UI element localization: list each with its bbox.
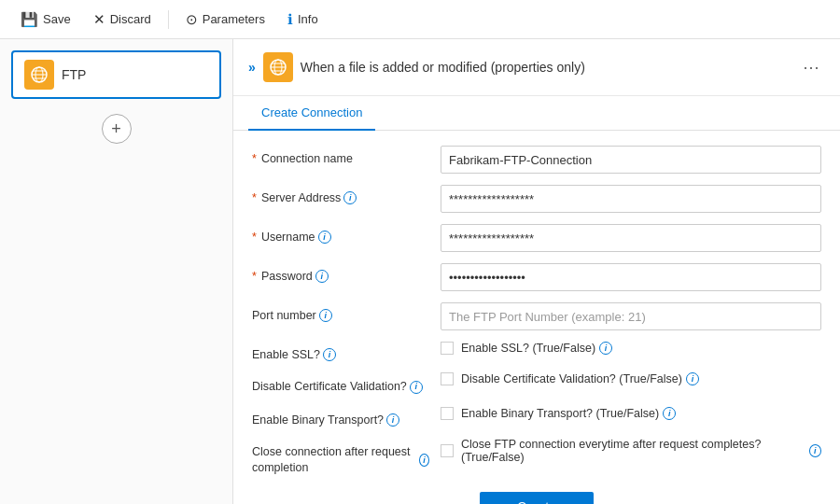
- port-number-label: Port number i: [252, 302, 429, 322]
- create-button[interactable]: Create: [480, 492, 594, 505]
- disable-cert-checkbox-label: Disable Certificate Validation? (True/Fa…: [461, 372, 699, 385]
- username-label: * Username i: [252, 224, 429, 244]
- form-area: * Connection name * Server Address i * U…: [233, 131, 840, 504]
- username-row: * Username i: [252, 224, 821, 252]
- enable-ssl-row: Enable SSL? i Enable SSL? (True/False) i: [252, 342, 821, 361]
- enable-binary-row: Enable Binary Transport? i Enable Binary…: [252, 407, 821, 427]
- trigger-title: When a file is added or modified (proper…: [301, 60, 790, 75]
- enable-binary-cb-info-icon[interactable]: i: [663, 407, 676, 420]
- trigger-header: » When a file is added or modified (prop…: [233, 39, 840, 96]
- enable-binary-checkbox-label: Enable Binary Transport? (True/False) i: [461, 407, 676, 420]
- enable-binary-info-icon[interactable]: i: [386, 413, 399, 427]
- close-conn-checkbox[interactable]: [441, 444, 454, 457]
- port-number-row: Port number i: [252, 302, 821, 330]
- close-conn-label: Close connection after request completio…: [252, 438, 429, 477]
- enable-ssl-cb-info-icon[interactable]: i: [599, 342, 612, 355]
- connection-name-label: * Connection name: [252, 146, 429, 165]
- discard-button[interactable]: ✕ Discard: [84, 7, 161, 32]
- enable-ssl-checkbox-row: Enable SSL? (True/False) i: [441, 342, 821, 355]
- sidebar: FTP +: [0, 39, 233, 504]
- connection-name-row: * Connection name: [252, 146, 821, 174]
- server-address-label: * Server Address i: [252, 185, 429, 204]
- more-options-button[interactable]: ⋯: [797, 55, 825, 79]
- add-icon: +: [111, 119, 121, 139]
- password-input[interactable]: [441, 263, 821, 291]
- port-number-input[interactable]: [441, 302, 821, 330]
- enable-ssl-checkbox[interactable]: [441, 342, 454, 355]
- disable-cert-info-icon[interactable]: i: [410, 381, 423, 394]
- parameters-button[interactable]: ⊙ Parameters: [176, 7, 274, 32]
- enable-ssl-checkbox-label: Enable SSL? (True/False) i: [461, 342, 612, 355]
- disable-cert-checkbox[interactable]: [441, 372, 454, 385]
- parameters-label: Parameters: [203, 12, 265, 26]
- add-step-button[interactable]: +: [102, 114, 132, 144]
- server-address-info-icon[interactable]: i: [343, 191, 357, 204]
- ftp-node[interactable]: FTP: [11, 50, 221, 99]
- server-address-row: * Server Address i: [252, 185, 821, 213]
- tabs-bar: Create Connection: [233, 96, 840, 131]
- connection-name-input[interactable]: [441, 146, 821, 174]
- username-info-icon[interactable]: i: [318, 231, 331, 244]
- trigger-icon: [263, 52, 293, 82]
- parameters-icon: ⊙: [186, 11, 198, 28]
- discard-icon: ✕: [93, 11, 105, 28]
- username-input[interactable]: [441, 224, 821, 252]
- tab-label: Create Connection: [261, 105, 362, 119]
- close-conn-checkbox-row: Close FTP connection everytime after req…: [441, 438, 821, 464]
- disable-cert-checkbox-row: Disable Certificate Validation? (True/Fa…: [441, 372, 821, 385]
- info-label: Info: [298, 12, 318, 26]
- toolbar-divider: [168, 10, 169, 29]
- ftp-icon: [24, 60, 54, 90]
- enable-ssl-info-icon[interactable]: i: [323, 348, 336, 361]
- close-conn-checkbox-label: Close FTP connection everytime after req…: [461, 438, 821, 464]
- info-button[interactable]: ℹ Info: [278, 7, 328, 32]
- save-button[interactable]: 💾 Save: [11, 7, 80, 32]
- password-label: * Password i: [252, 263, 429, 283]
- save-icon: 💾: [21, 11, 38, 28]
- discard-label: Discard: [110, 12, 151, 26]
- password-row: * Password i: [252, 263, 821, 291]
- content-area: » When a file is added or modified (prop…: [233, 39, 840, 504]
- main-layout: FTP + » When a file is added or modified…: [0, 39, 840, 504]
- ftp-label: FTP: [62, 67, 86, 82]
- enable-binary-checkbox-row: Enable Binary Transport? (True/False) i: [441, 407, 821, 420]
- enable-ssl-label: Enable SSL? i: [252, 342, 429, 361]
- close-conn-cb-info-icon[interactable]: i: [809, 444, 821, 457]
- info-icon: ℹ: [287, 11, 293, 28]
- close-conn-row: Close connection after request completio…: [252, 438, 821, 477]
- disable-cert-cb-info-icon[interactable]: i: [686, 372, 699, 385]
- collapse-icon[interactable]: »: [248, 60, 256, 75]
- enable-binary-label: Enable Binary Transport? i: [252, 407, 429, 427]
- save-label: Save: [43, 12, 71, 26]
- disable-cert-row: Disable Certificate Validation? i Disabl…: [252, 372, 821, 396]
- toolbar: 💾 Save ✕ Discard ⊙ Parameters ℹ Info: [0, 0, 840, 39]
- tab-create-connection[interactable]: Create Connection: [248, 96, 375, 131]
- disable-cert-label: Disable Certificate Validation? i: [252, 372, 429, 396]
- port-info-icon[interactable]: i: [319, 309, 332, 322]
- password-info-icon[interactable]: i: [315, 270, 329, 283]
- close-conn-info-icon[interactable]: i: [419, 454, 429, 467]
- enable-binary-checkbox[interactable]: [441, 407, 454, 420]
- server-address-input[interactable]: [441, 185, 821, 213]
